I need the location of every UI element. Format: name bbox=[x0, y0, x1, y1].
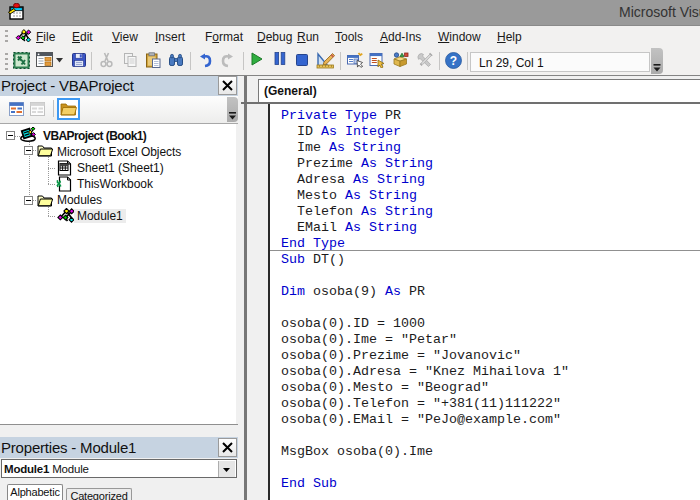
svg-text:?: ? bbox=[450, 54, 457, 68]
